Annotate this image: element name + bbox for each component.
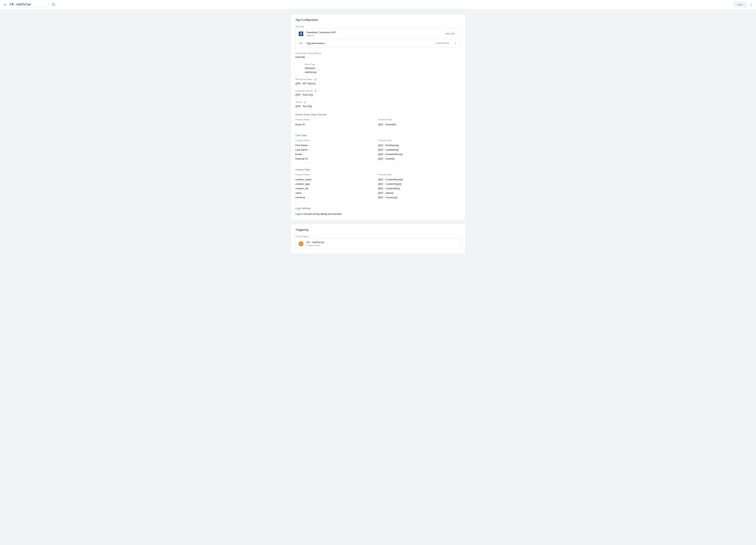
- prop-value: {{ED - ContentIDs}}: [378, 187, 461, 190]
- help-icon[interactable]: ?: [304, 101, 306, 104]
- svg-point-0: [751, 3, 752, 4]
- pixel-label: Facebook Pixel ID ?: [295, 90, 461, 92]
- tag-type-author: stape-io: [306, 34, 440, 37]
- prop-value: {{ED - ContentName}}: [378, 178, 461, 181]
- save-button[interactable]: Save: [733, 2, 747, 8]
- prop-name: content_name: [295, 178, 378, 181]
- event-setup-value: Override: [295, 55, 461, 59]
- close-icon[interactable]: [3, 3, 7, 6]
- test-id-field: Test ID ? {{FB - Test ID}}: [295, 101, 461, 108]
- prop-row: content_type{{ED - ContentType}}: [295, 182, 461, 186]
- prop-value: {{ED - UserId}}: [378, 157, 461, 160]
- prop-name: External ID: [295, 157, 378, 160]
- gallery-button[interactable]: GALLERY: [444, 32, 457, 36]
- prop-value: {{ED - FirstName}}: [378, 144, 461, 147]
- test-id-value: {{FB - Test ID}}: [295, 104, 461, 109]
- svg-point-1: [751, 4, 752, 5]
- user-rows: First Name{{ED - FirstName}}Last Name{{E…: [295, 143, 461, 161]
- tag-configuration-card[interactable]: Tag Configuration Tag Type f Facebook Co…: [291, 14, 465, 221]
- api-token-label-text: API Access Token: [295, 78, 312, 81]
- tag-type-name: Facebook Conversion API: [306, 31, 440, 34]
- pixel-value: {{FB - Pixel ID}}: [295, 93, 461, 97]
- prop-name: currency: [295, 196, 378, 199]
- api-token-value: {{FB - API Token}}: [295, 82, 461, 86]
- editor-header: Save: [0, 0, 756, 9]
- svg-text:?: ?: [305, 102, 305, 103]
- event-setup-label: Event Name Setup Method: [295, 52, 461, 54]
- api-token-field: API Access Token ? {{FB - API Token}}: [295, 78, 461, 86]
- content-area: Tag Configuration Tag Type f Facebook Co…: [0, 9, 756, 266]
- prop-name: value: [295, 192, 378, 194]
- prop-value-header: Property Value: [378, 173, 461, 176]
- facebook-icon: f: [299, 32, 303, 36]
- pixel-label-text: Facebook Pixel ID: [295, 90, 313, 92]
- permissions-count: 7 permissions: [435, 42, 449, 45]
- prop-row: content_name{{ED - ContentName}}: [295, 177, 461, 182]
- event-type-value: Standard: [305, 66, 461, 70]
- logs-title: Logs Settings: [295, 207, 461, 210]
- event-type-label: Event Type: [305, 63, 461, 66]
- tag-type-info: Facebook Conversion API stape-io: [306, 31, 440, 37]
- prop-name: Event ID: [295, 123, 378, 126]
- user-data-title: User Data: [295, 134, 461, 137]
- logs-value: Log to console during debug and preview: [295, 212, 461, 216]
- triggering-title: Triggering: [295, 228, 461, 231]
- prop-row: content_ids{{ED - ContentIDs}}: [295, 186, 461, 191]
- prop-name-header: Property Name: [295, 139, 378, 142]
- prop-row: First Name{{ED - FirstName}}: [295, 143, 461, 148]
- prop-row: Email{{ED - EmailAddress}}: [295, 152, 461, 157]
- custom-event-icon: <>: [299, 242, 303, 246]
- prop-value-header: Property Value: [378, 139, 461, 142]
- tag-name-input[interactable]: [10, 2, 49, 7]
- prop-value: {{ED - LastName}}: [378, 148, 461, 151]
- divider: [295, 163, 461, 164]
- custom-rows: content_name{{ED - ContentName}}content_…: [295, 177, 461, 200]
- svg-text:?: ?: [315, 90, 316, 92]
- event-name-value: AddToCart: [305, 70, 461, 74]
- trigger-type: Custom Event: [306, 244, 324, 247]
- triggering-card[interactable]: Triggering Firing Triggers <> DC - AddTo…: [291, 224, 465, 254]
- prop-row: External ID{{ED - UserId}}: [295, 157, 461, 161]
- api-token-label: API Access Token ?: [295, 78, 461, 81]
- prop-name: Last Name: [295, 148, 378, 151]
- header-left: [3, 2, 55, 7]
- more-menu-icon[interactable]: [749, 3, 753, 6]
- pixel-field: Facebook Pixel ID ? {{FB - Pixel ID}}: [295, 90, 461, 97]
- prop-name-header: Property Name: [295, 173, 378, 176]
- trigger-name: DC - AddToCart: [306, 241, 324, 244]
- prop-name: Email: [295, 153, 378, 156]
- chevron-right-icon: [454, 41, 457, 45]
- trigger-info: DC - AddToCart Custom Event: [306, 241, 324, 247]
- firing-triggers-label: Firing Triggers: [295, 235, 461, 238]
- prop-row: Last Name{{ED - LastName}}: [295, 148, 461, 152]
- custom-data-title: Custom Data: [295, 168, 461, 171]
- header-right: Save: [733, 2, 753, 8]
- prop-name: content_ids: [295, 187, 378, 190]
- tag-permissions-row[interactable]: Tag permissions 7 permissions: [296, 39, 460, 47]
- prop-row: currency{{ED - Currency}}: [295, 195, 461, 200]
- folder-icon[interactable]: [52, 3, 55, 6]
- prop-header: Property Name Property Value: [295, 139, 461, 142]
- prop-value-header: Property Value: [378, 118, 461, 121]
- card-title: Tag Configuration: [295, 18, 461, 21]
- prop-name: content_type: [295, 183, 378, 186]
- svg-point-2: [751, 5, 752, 6]
- prop-value: {{ED - EmailAddress}}: [378, 153, 461, 156]
- prop-value: {{ED - Value}}: [378, 192, 461, 194]
- help-icon[interactable]: ?: [314, 78, 317, 81]
- trigger-row[interactable]: <> DC - AddToCart Custom Event: [295, 238, 461, 249]
- test-id-label-text: Test ID: [295, 101, 302, 103]
- help-icon[interactable]: ?: [314, 90, 317, 92]
- divider: [295, 202, 461, 202]
- permissions-label: Tag permissions: [306, 42, 432, 45]
- prop-name-header: Property Name: [295, 118, 378, 121]
- prop-row: Event ID{{ED - EventID}}: [295, 122, 461, 127]
- prop-value: {{ED - EventID}}: [378, 123, 461, 126]
- key-icon: [299, 41, 303, 45]
- tag-type-row[interactable]: f Facebook Conversion API stape-io GALLE…: [296, 29, 460, 39]
- server-rows: Event ID{{ED - EventID}}: [295, 122, 461, 127]
- prop-name: First Name: [295, 144, 378, 147]
- prop-header: Property Name Property Value: [295, 118, 461, 121]
- prop-value: {{ED - Currency}}: [378, 196, 461, 199]
- divider: [295, 129, 461, 129]
